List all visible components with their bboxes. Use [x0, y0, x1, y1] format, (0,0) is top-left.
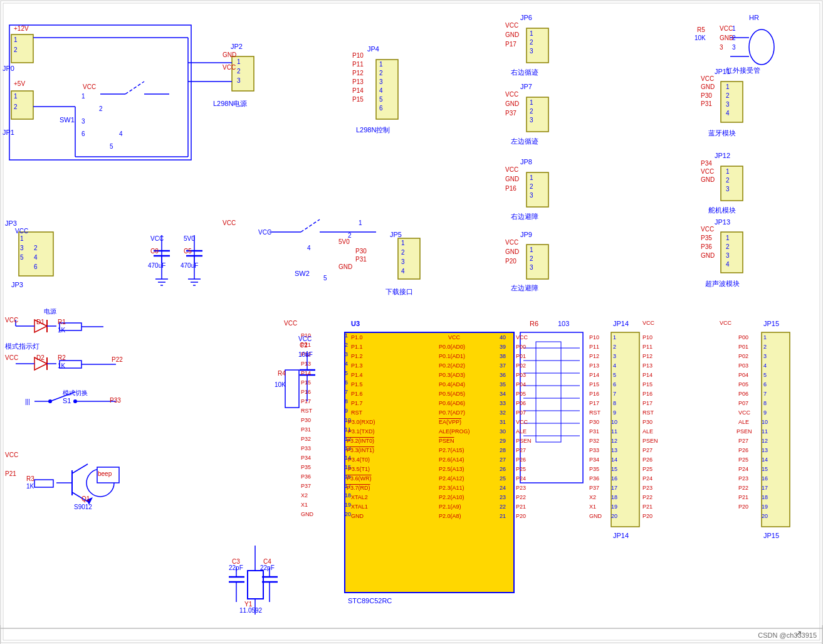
- jp14-net5: P14: [589, 372, 599, 378]
- u3-net-p03: P03: [516, 372, 526, 378]
- jp4-pin5: 5: [379, 96, 383, 103]
- plus12v-label: +12V: [14, 25, 29, 32]
- svg-rect-86: [285, 370, 299, 408]
- l298n-control-subtitle: L298N控制: [356, 125, 390, 135]
- jp12-label: JP12: [715, 152, 730, 159]
- jp14-label-top: JP14: [613, 320, 629, 327]
- u3-net-p04: P04: [516, 381, 526, 388]
- jp12-pin3: 3: [726, 186, 730, 193]
- p22-label: P22: [112, 356, 123, 363]
- jp12-pin2: 2: [726, 177, 730, 184]
- jp11-vcc: VCC: [701, 75, 714, 82]
- jp15-net3: P02: [738, 353, 748, 359]
- jp15-net5: P04: [738, 372, 748, 378]
- r3-value: 1K: [26, 483, 34, 490]
- jp2-pin3: 3: [237, 77, 241, 84]
- u3-inner-p1.5: P1.5: [351, 381, 363, 388]
- jp14-net4: P13: [589, 362, 599, 369]
- jp15-pin13: 13: [762, 447, 768, 453]
- jp3-vcc: VCC: [15, 228, 28, 235]
- u3-subtitle: STC89C52RC: [348, 597, 392, 604]
- jp15-pin1: 1: [763, 334, 767, 340]
- jp14-right-p21: P21: [642, 504, 653, 510]
- u3-net-p26: P26: [516, 457, 526, 463]
- sw2-label: SW2: [295, 270, 310, 277]
- jp6-gnd: GND: [505, 31, 519, 38]
- jp3-label: JP3: [5, 219, 17, 227]
- jp14-net15: P35: [589, 466, 599, 472]
- jp5-pin4: 4: [401, 268, 405, 275]
- u3-inner-p0.4: P0.4(AD4): [439, 381, 465, 388]
- jp1-pin2: 2: [14, 103, 18, 110]
- u3-p13: P13: [301, 361, 311, 367]
- jp14-right-p13: P13: [642, 362, 653, 369]
- u3-inner-p1.7: P1.7: [351, 400, 363, 406]
- u3-pin8: 8: [345, 398, 348, 404]
- jp15-net6: P05: [738, 381, 748, 388]
- jp8-label: JP8: [520, 158, 532, 166]
- hr-label: HR: [749, 14, 759, 21]
- svg-rect-11: [721, 82, 743, 122]
- r2-label: R2: [58, 354, 66, 361]
- jp15-net13: P26: [738, 447, 748, 453]
- c2-label: C2: [300, 342, 308, 349]
- u3-pin2: 2: [345, 342, 348, 348]
- jp11-pin3: 3: [726, 101, 730, 108]
- jp14-net18: X2: [589, 494, 596, 500]
- u3-net-p25: P25: [516, 466, 526, 472]
- svg-rect-103: [1, 1, 822, 643]
- jp11-subtitle: 蓝牙模块: [708, 129, 736, 138]
- border-frame: ↗: [0, 0, 823, 644]
- u3-ext-28: 28: [500, 447, 506, 453]
- jp14-right-ale: ALE: [642, 428, 653, 435]
- u3-inner-p3.2: P3.2(INT0): [347, 438, 374, 444]
- jp14-right-p23: P23: [642, 485, 653, 491]
- u3-inner-p3.3: P3.3(INT1): [347, 447, 374, 453]
- u3-net-p07: P07: [516, 409, 526, 416]
- jp13-pin3: 3: [726, 252, 730, 259]
- u3-inner-rst: RST: [351, 409, 362, 416]
- jp14-net2: P11: [589, 344, 599, 350]
- u3-pin19: 19: [345, 502, 351, 508]
- vcc-d2: VCC: [5, 354, 18, 361]
- u3-inner-p3.1: P3.1(TXD): [348, 428, 375, 435]
- u3-inner-p0.5: P0.5(AD5): [439, 391, 465, 397]
- jp7-pin3: 3: [530, 117, 533, 124]
- jp11-pin2: 2: [726, 92, 730, 99]
- u3-ext-31: 31: [500, 419, 506, 425]
- u3-inner-p1.4: P1.4: [351, 372, 363, 378]
- jp14-right-p12: P12: [642, 353, 653, 359]
- c0-label: C0: [150, 248, 159, 255]
- hr-gnd: GND: [720, 34, 733, 41]
- u3-ext-40: 40: [500, 334, 506, 340]
- jp6-p17: P17: [505, 41, 516, 48]
- u3-inner-p3.7: P3.7(RD): [347, 485, 370, 491]
- u3-p15: P15: [301, 379, 311, 386]
- jp14-right-p24: P24: [642, 475, 653, 482]
- jp15-net17: P22: [738, 485, 748, 491]
- jp15-net9: VCC: [738, 409, 750, 416]
- jp9-pin3: 3: [530, 264, 533, 271]
- jp13-p36: P36: [701, 243, 712, 250]
- jp11-p30: P30: [701, 92, 712, 99]
- jp14-pin4: 4: [613, 362, 616, 369]
- jp15-pin19: 19: [762, 504, 768, 510]
- u3-inner-p1.0: P1.0: [351, 334, 363, 340]
- jp3-pin5: 5: [20, 254, 24, 261]
- jp3-bottom-label: JP3: [11, 281, 23, 288]
- u3-net-p22: P22: [516, 494, 526, 500]
- u3-pin5: 5: [345, 370, 348, 376]
- u3-pin4: 4: [345, 361, 348, 367]
- u3-inner-p0.6: P0.6(AD6): [439, 400, 465, 406]
- jp11-label: JP11: [715, 68, 730, 75]
- jp15-vcc-top2: VCC: [642, 320, 654, 326]
- jp4-pin3: 3: [379, 78, 383, 85]
- u3-p16: P16: [301, 389, 311, 395]
- jp2-label: JP2: [231, 43, 243, 50]
- u3-p33: P33: [301, 445, 311, 451]
- svg-rect-75: [248, 571, 263, 599]
- svg-rect-104: [3, 3, 820, 640]
- jp8-p16: P16: [505, 185, 516, 192]
- jp8-pin3: 3: [530, 192, 533, 199]
- jp15-label-bottom: JP15: [763, 532, 779, 539]
